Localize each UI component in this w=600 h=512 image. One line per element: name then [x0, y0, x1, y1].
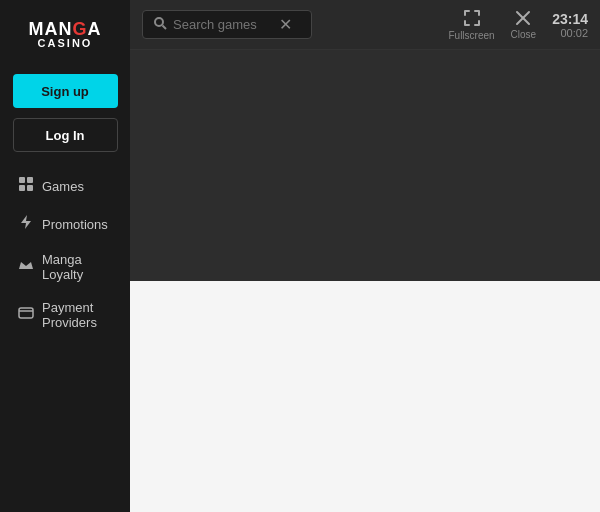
svg-point-7: [155, 18, 163, 26]
svg-rect-2: [19, 185, 25, 191]
signup-button[interactable]: Sign up: [13, 74, 118, 108]
fullscreen-label: Fullscreen: [448, 30, 494, 41]
logo-manga: MANGA: [28, 20, 101, 38]
svg-rect-0: [19, 177, 25, 183]
payment-providers-label: Payment Providers: [42, 300, 112, 330]
svg-rect-1: [27, 177, 33, 183]
manga-loyalty-label: Manga Loyalty: [42, 252, 112, 282]
sidebar: MANGA CASINO Sign up Log In Games: [0, 0, 130, 512]
sidebar-item-promotions[interactable]: Promotions: [8, 206, 122, 242]
crown-icon: [18, 257, 34, 277]
sidebar-item-manga-loyalty[interactable]: Manga Loyalty: [8, 244, 122, 290]
logo: MANGA CASINO: [25, 12, 105, 56]
fullscreen-button[interactable]: Fullscreen: [448, 8, 494, 41]
svg-marker-4: [21, 215, 31, 229]
card-icon: [18, 305, 34, 325]
time-secondary: 00:02: [560, 27, 588, 39]
logo-area: MANGA CASINO: [8, 12, 122, 56]
time-display: 23:14 00:02: [552, 11, 588, 39]
main-content: ✕ Fullscreen Close 23:14 00:02: [130, 0, 600, 512]
lightning-icon: [18, 214, 34, 234]
search-box[interactable]: ✕: [142, 10, 312, 39]
svg-line-8: [163, 26, 167, 30]
search-input[interactable]: [173, 17, 273, 32]
nav-menu: Games Promotions Manga Loyalty: [8, 168, 122, 338]
sidebar-item-payment-providers[interactable]: Payment Providers: [8, 292, 122, 338]
close-button[interactable]: Close: [511, 9, 537, 40]
search-icon: [153, 16, 167, 33]
search-clear-button[interactable]: ✕: [279, 17, 292, 33]
game-area-light: [130, 281, 600, 512]
game-area-dark: [130, 50, 600, 281]
promotions-label: Promotions: [42, 217, 108, 232]
svg-rect-3: [27, 185, 33, 191]
close-label: Close: [511, 29, 537, 40]
top-bar: ✕ Fullscreen Close 23:14 00:02: [130, 0, 600, 50]
login-button[interactable]: Log In: [13, 118, 118, 152]
sidebar-item-games[interactable]: Games: [8, 168, 122, 204]
svg-rect-5: [19, 308, 33, 318]
grid-icon: [18, 176, 34, 196]
top-bar-right: Fullscreen Close 23:14 00:02: [448, 8, 588, 41]
games-label: Games: [42, 179, 84, 194]
logo-casino: CASINO: [38, 38, 93, 49]
time-main: 23:14: [552, 11, 588, 27]
